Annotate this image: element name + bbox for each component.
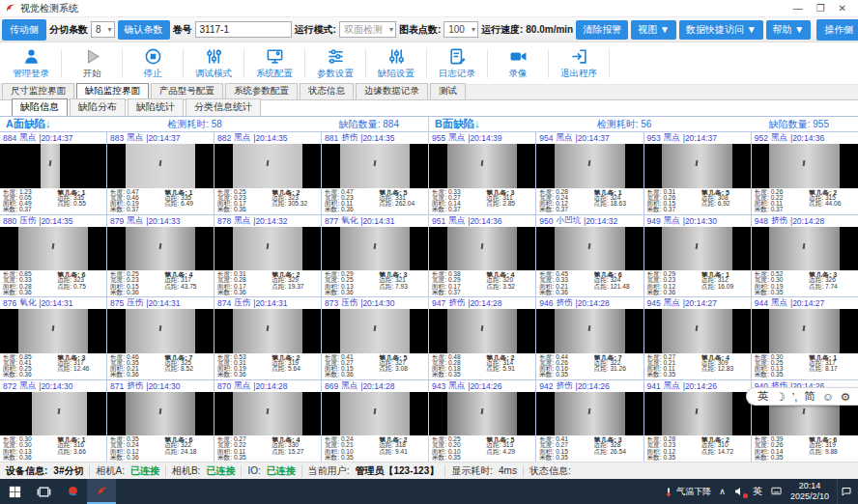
toolbar-button-system-config[interactable]: 系统配置 [247, 47, 301, 80]
panel-side-b: B面缺陷↓ 检测耗时: 56 缺陷数量: 955 955 黑点 |20:14:3… [429, 117, 858, 462]
toolbar-button-admin-login[interactable]: 管理登录 [4, 47, 58, 80]
toolbar-button-label: 录像 [509, 68, 528, 80]
help-menu-button[interactable]: 帮助 ▼ [766, 20, 812, 40]
data-access-menu-button[interactable]: 数据快捷访问 ▼ [679, 20, 763, 40]
clear-alarm-button[interactable]: 清除报警 [576, 20, 628, 40]
taskbar-active-app-icon[interactable] [87, 479, 116, 504]
defect-width: 0.24 [556, 195, 568, 201]
defect-type: 黑点 [19, 380, 36, 392]
subtab-defect-dist[interactable]: 缺陷分布 [70, 98, 126, 116]
taskbar-app-icon[interactable] [58, 479, 87, 504]
toolbar-button-param-settings[interactable]: 参数设置 [308, 47, 362, 80]
run-mode-select[interactable]: 双面检测 [339, 21, 396, 38]
material-band [769, 144, 840, 188]
defect-cell[interactable]: 951 黑点 |20:14:36 长度: 0.38 宽度: 0.29 面积: 0… [429, 215, 535, 297]
confirm-count-button[interactable]: 确认条数 [118, 20, 170, 40]
defect-dot-distance: 305.32 [288, 201, 307, 207]
minimize-button[interactable]: — [793, 1, 803, 16]
subtab-class-stats[interactable]: 分类信息统计 [186, 98, 261, 116]
defect-cell[interactable]: 884 黑点 |20:14:37 长度: 1.23 宽度: 0.05 面积: 0… [0, 132, 106, 214]
weather-widget[interactable]: 气温下降 [664, 486, 711, 498]
taskbar-clock[interactable]: 20:14 2025/2/10 [790, 481, 829, 502]
touch-keyboard-icon[interactable] [770, 486, 783, 498]
defect-cell[interactable]: 948 挤伤 |20:14:28 长度: 0.52 宽度: 0.30 面积: 0… [752, 215, 858, 297]
defect-meter: 0.35 [771, 290, 784, 295]
drive-side-button[interactable]: 传动侧 [2, 19, 46, 41]
defect-cell[interactable]: 954 黑点 |20:14:37 长度: 0.28 宽度: 0.24 面积: 0… [536, 132, 643, 214]
toolbar-button-exit-program[interactable]: 退出程序 [552, 47, 606, 80]
defect-cell[interactable]: 947 挤伤 |20:14:28 长度: 0.48 宽度: 0.28 面积: 0… [429, 297, 535, 379]
defect-cell[interactable]: 950 小凹坑 |20:14:32 长度: 0.45 宽度: 0.33 面积: … [536, 215, 643, 297]
tab-product-config[interactable]: 产品型号配置 [151, 83, 223, 99]
defect-cell[interactable]: 952 黑点 |20:14:36 长度: 0.26 宽度: 0.22 面积: 0… [752, 132, 858, 214]
ime-punctuation[interactable]: ’, [792, 391, 798, 403]
hidden-icons-chevron[interactable]: ∧ [719, 487, 726, 496]
task-view-button[interactable] [29, 479, 58, 504]
defect-width: 0.26 [556, 360, 568, 366]
defect-timestamp: |20:14:30 [360, 298, 394, 308]
tab-edge-data[interactable]: 边缘数据记录 [356, 83, 428, 99]
defect-cell[interactable]: 878 黑点 |20:14:32 长度: 0.31 宽度: 0.28 面积: 0… [214, 215, 321, 297]
subtab-defect-info[interactable]: 缺陷信息 [12, 98, 68, 116]
operator-side-button[interactable]: 操作侧 [816, 19, 858, 41]
ime-dark-mode[interactable]: ☽ [775, 390, 785, 404]
defect-cell[interactable]: 883 黑点 |20:14:37 长度: 0.47 宽度: 0.46 面积: 0… [107, 132, 214, 214]
defect-cell[interactable]: 872 黑点 |20:14:30 长度: 0.30 宽度: 0.30 面积: 0… [0, 380, 106, 462]
toolbar-button-defect-settings[interactable]: 缺陷设置 [369, 47, 423, 80]
subtab-defect-stats[interactable]: 缺陷统计 [128, 98, 184, 116]
close-button[interactable]: ✕ [839, 1, 846, 16]
defect-cell[interactable]: 882 黑点 |20:14:35 长度: 0.25 宽度: 0.23 面积: 0… [214, 132, 321, 214]
toolbar-button-start[interactable]: 开始 [65, 47, 119, 80]
defect-cell[interactable]: 949 黑点 |20:14:30 长度: 0.29 宽度: 0.23 面积: 0… [644, 215, 751, 297]
toolbar-button-debug-mode[interactable]: 调试模式 [186, 47, 241, 80]
defect-cell[interactable]: 879 黑点 |20:14:33 长度: 0.25 宽度: 0.23 面积: 0… [107, 215, 214, 297]
tab-status-info[interactable]: 状态信息 [300, 83, 354, 99]
ime-simplified[interactable]: 简 [804, 389, 815, 404]
toolbar-button-record-video[interactable]: 录像 [491, 47, 545, 80]
defect-dot-distance: 0.75 [73, 284, 86, 290]
defect-cell[interactable]: 946 挤伤 |20:14:28 长度: 0.44 宽度: 0.26 面积: 0… [536, 297, 643, 379]
defect-cell[interactable]: 870 黑点 |20:14:28 长度: 0.27 宽度: 0.22 面积: 0… [214, 380, 321, 462]
defect-cell[interactable]: 944 黑点 |20:14:27 长度: 0.30 宽度: 0.25 面积: 0… [752, 297, 858, 379]
defect-cell[interactable]: 873 压伤 |20:14:30 长度: 0.41 宽度: 0.27 面积: 0… [322, 297, 428, 379]
defect-cell[interactable]: 871 挤伤 |20:14:30 长度: 0.35 宽度: 0.24 面积: 0… [107, 380, 214, 462]
chart-points-select[interactable]: 100 [443, 21, 478, 38]
defect-cell[interactable]: 874 压伤 |20:14:31 长度: 0.53 宽度: 0.31 面积: 0… [214, 297, 321, 379]
defect-cell[interactable]: 945 黑点 |20:14:27 长度: 0.27 宽度: 0.21 面积: 0… [644, 297, 751, 379]
material-band [126, 144, 196, 188]
maximize-button[interactable]: ❐ [816, 1, 825, 16]
defect-cell[interactable]: 943 黑点 |20:14:26 长度: 0.25 宽度: 0.20 面积: 0… [429, 380, 535, 462]
tab-test[interactable]: 测试 [430, 83, 466, 99]
start-button[interactable] [0, 479, 29, 504]
ime-settings[interactable]: ⚙ [841, 390, 850, 404]
ime-emoji[interactable]: ☺ [822, 391, 834, 403]
defect-area: 0.17 [448, 284, 461, 290]
defect-id: 955 [432, 133, 445, 143]
defect-meter: 0.36 [663, 290, 675, 295]
toolbar-button-log-record[interactable]: 日志记录 [430, 47, 484, 80]
action-center-icon[interactable] [837, 479, 854, 504]
ime-lang-en[interactable]: 英 [758, 389, 769, 404]
tab-size-monitor[interactable]: 尺寸监控界面 [2, 83, 74, 99]
toolbar-button-stop[interactable]: 停止 [126, 47, 180, 80]
tab-defect-monitor[interactable]: 缺陷监控界面 [76, 83, 149, 99]
defect-cell[interactable]: 941 黑点 |20:14:26 长度: 0.28 宽度: 0.23 面积: 0… [644, 380, 751, 462]
defect-cell[interactable]: 953 黑点 |20:14:37 长度: 0.31 宽度: 0.26 面积: 0… [644, 132, 751, 214]
defect-cell[interactable]: 881 挤伤 |20:14:35 长度: 0.47 宽度: 0.23 面积: 0… [322, 132, 428, 214]
defect-cell[interactable]: 880 压伤 |20:14:35 长度: 0.85 宽度: 0.33 面积: 0… [0, 215, 106, 297]
defect-cell[interactable]: 876 氧化 |20:14:31 长度: 0.85 宽度: 0.41 面积: 0… [0, 297, 106, 379]
current-user-value: 管理员【123-123】 [356, 464, 440, 478]
defect-edge-distance: 323 [73, 277, 84, 283]
volume-icon[interactable] [733, 486, 745, 497]
slit-count-select[interactable]: 8 [91, 21, 115, 38]
defect-cell[interactable]: 869 黑点 |20:14:28 长度: 0.24 宽度: 0.21 面积: 0… [322, 380, 428, 462]
view-menu-button[interactable]: 视图 ▼ [631, 20, 676, 40]
defect-cell[interactable]: 942 挤伤 |20:14:26 长度: 0.41 宽度: 0.27 面积: 0… [536, 380, 643, 462]
defect-meter: 0.35 [448, 455, 461, 461]
defect-cell[interactable]: 877 氧化 |20:14:31 长度: 0.29 宽度: 0.25 面积: 0… [322, 215, 428, 297]
tab-system-params[interactable]: 系统参数配置 [225, 83, 298, 99]
defect-cell[interactable]: 955 黑点 |20:14:39 长度: 0.33 宽度: 0.27 面积: 0… [429, 132, 535, 214]
defect-cell[interactable]: 875 压伤 |20:14:31 长度: 0.46 宽度: 0.35 面积: 0… [107, 297, 214, 379]
roll-number-input[interactable] [195, 21, 292, 38]
ime-language-badge[interactable]: 英 [753, 485, 762, 498]
